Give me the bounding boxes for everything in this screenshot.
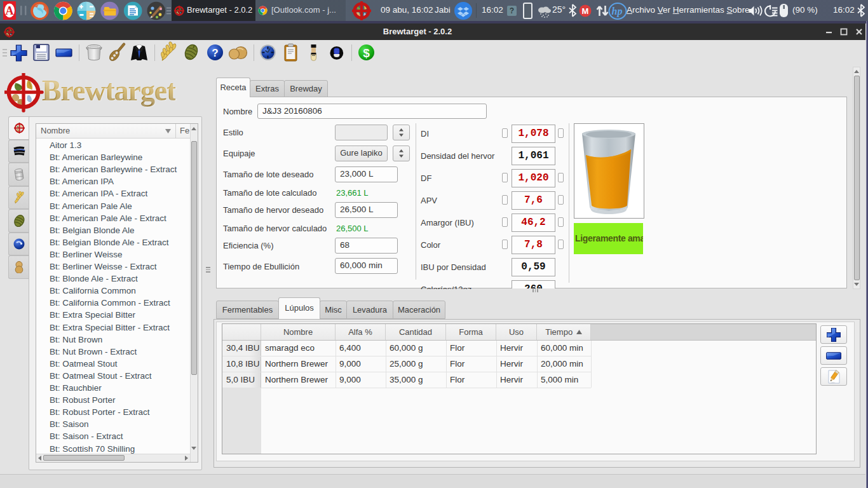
- svg-text:hp: hp: [612, 6, 623, 17]
- svg-text:?: ?: [212, 47, 218, 59]
- svg-text:$: $: [363, 46, 370, 60]
- svg-text:A: A: [6, 4, 14, 17]
- svg-text:M: M: [582, 6, 589, 16]
